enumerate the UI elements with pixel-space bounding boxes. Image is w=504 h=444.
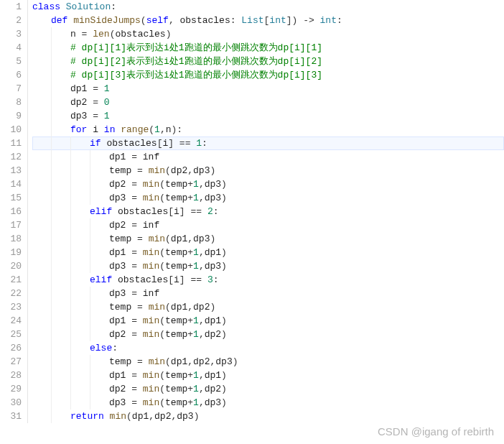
line-number: 13	[0, 164, 22, 177]
line-number: 18	[0, 232, 22, 246]
code-line: dp1 = 1	[32, 82, 504, 96]
line-number: 23	[0, 300, 22, 314]
line-number: 24	[0, 314, 22, 328]
line-number: 20	[0, 259, 22, 273]
line-number: 30	[0, 396, 22, 410]
code-line: for i in range(1,n):	[32, 123, 504, 137]
line-number: 15	[0, 191, 22, 205]
line-number: 26	[0, 341, 22, 355]
code-line: dp1 = min(temp+1,dp1)	[32, 246, 504, 259]
code-line: class Solution:	[32, 0, 504, 14]
code-line: dp3 = inf	[32, 287, 504, 300]
line-number: 3	[0, 27, 22, 41]
code-editor: 1234567891011121314151617181920212223242…	[0, 0, 504, 423]
code-line: n = len(obstacles)	[32, 27, 504, 41]
line-number: 6	[0, 68, 22, 82]
code-line: elif obstacles[i] == 2:	[32, 205, 504, 218]
code-line: dp3 = min(temp+1,dp3)	[32, 259, 504, 273]
line-number: 22	[0, 287, 22, 300]
line-number: 5	[0, 55, 22, 68]
line-number-gutter: 1234567891011121314151617181920212223242…	[0, 0, 28, 423]
line-number: 29	[0, 382, 22, 396]
code-line: dp1 = inf	[32, 150, 504, 164]
line-number: 17	[0, 218, 22, 232]
code-line: temp = min(dp1,dp3)	[32, 232, 504, 246]
line-number: 11	[0, 137, 22, 150]
code-line: def minSideJumps(self, obstacles: List[i…	[32, 14, 504, 27]
code-line: dp3 = min(temp+1,dp3)	[32, 191, 504, 205]
line-number: 31	[0, 410, 22, 423]
line-number: 25	[0, 328, 22, 341]
code-line: temp = min(dp1,dp2,dp3)	[32, 355, 504, 369]
code-line: elif obstacles[i] == 3:	[32, 273, 504, 287]
code-line: # dp[i][2]表示到达i处1跑道的最小侧跳次数为dp[i][2]	[32, 55, 504, 68]
line-number: 1	[0, 0, 22, 14]
line-number: 9	[0, 109, 22, 123]
line-number: 8	[0, 96, 22, 109]
code-line: dp1 = min(temp+1,dp1)	[32, 314, 504, 328]
line-number: 12	[0, 150, 22, 164]
code-line: dp3 = min(temp+1,dp3)	[32, 396, 504, 410]
line-number: 10	[0, 123, 22, 137]
line-number: 4	[0, 41, 22, 55]
line-number: 7	[0, 82, 22, 96]
code-line: temp = min(dp1,dp2)	[32, 300, 504, 314]
code-area: class Solution:def minSideJumps(self, ob…	[32, 0, 504, 423]
code-line: if obstacles[i] == 1:	[32, 137, 504, 150]
line-number: 14	[0, 177, 22, 191]
code-line: dp2 = min(temp+1,dp2)	[32, 382, 504, 396]
watermark-text: CSDN @igang of rebirth	[378, 425, 494, 438]
code-line: dp3 = 1	[32, 109, 504, 123]
code-line: # dp[i][3]表示到达i处1跑道的最小侧跳次数为dp[i][3]	[32, 68, 504, 82]
code-line: dp2 = 0	[32, 96, 504, 109]
line-number: 21	[0, 273, 22, 287]
code-line: return min(dp1,dp2,dp3)	[32, 410, 504, 423]
line-number: 2	[0, 14, 22, 27]
line-number: 28	[0, 369, 22, 382]
code-line: dp2 = min(temp+1,dp3)	[32, 177, 504, 191]
code-line: dp2 = min(temp+1,dp2)	[32, 328, 504, 341]
code-line: dp2 = inf	[32, 218, 504, 232]
code-line: temp = min(dp2,dp3)	[32, 164, 504, 177]
line-number: 19	[0, 246, 22, 259]
line-number: 27	[0, 355, 22, 369]
line-number: 16	[0, 205, 22, 218]
code-line: else:	[32, 341, 504, 355]
code-line: dp1 = min(temp+1,dp1)	[32, 369, 504, 382]
code-line: # dp[i][1]表示到达i处1跑道的最小侧跳次数为dp[i][1]	[32, 41, 504, 55]
